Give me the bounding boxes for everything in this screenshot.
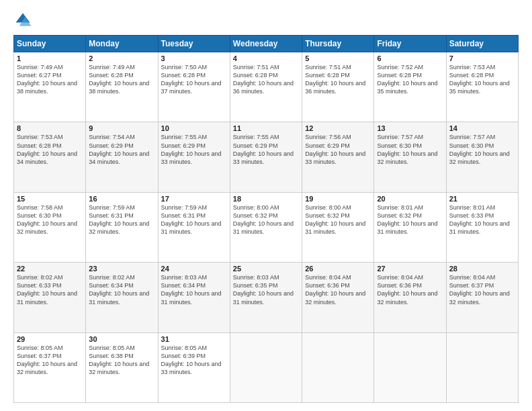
calendar-cell: 18 Sunrise: 8:00 AMSunset: 6:32 PMDaylig… (230, 192, 302, 262)
calendar-header-thursday: Thursday (302, 36, 374, 52)
calendar-cell: 31 Sunrise: 8:05 AMSunset: 6:39 PMDaylig… (158, 332, 230, 402)
day-number: 13 (377, 124, 443, 132)
calendar-cell: 3 Sunrise: 7:50 AMSunset: 6:28 PMDayligh… (158, 52, 230, 122)
calendar-cell: 16 Sunrise: 7:59 AMSunset: 6:31 PMDaylig… (86, 192, 158, 262)
day-number: 31 (161, 335, 227, 343)
day-number: 17 (161, 195, 227, 203)
day-info: Sunrise: 7:50 AMSunset: 6:28 PMDaylight:… (161, 64, 222, 95)
day-number: 6 (377, 54, 443, 62)
day-info: Sunrise: 7:53 AMSunset: 6:28 PMDaylight:… (449, 64, 510, 95)
day-info: Sunrise: 8:02 AMSunset: 6:33 PMDaylight:… (17, 274, 77, 305)
day-number: 26 (305, 265, 371, 273)
day-info: Sunrise: 8:03 AMSunset: 6:35 PMDaylight:… (233, 274, 294, 305)
calendar-week-5: 29 Sunrise: 8:05 AMSunset: 6:37 PMDaylig… (14, 332, 519, 402)
calendar-header-monday: Monday (86, 36, 158, 52)
day-info: Sunrise: 8:05 AMSunset: 6:39 PMDaylight:… (161, 345, 222, 375)
day-info: Sunrise: 7:52 AMSunset: 6:28 PMDaylight:… (377, 64, 437, 95)
day-number: 10 (161, 124, 227, 132)
calendar-cell: 20 Sunrise: 8:01 AMSunset: 6:32 PMDaylig… (374, 192, 446, 262)
calendar-header-saturday: Saturday (446, 36, 518, 52)
day-info: Sunrise: 8:01 AMSunset: 6:32 PMDaylight:… (377, 204, 437, 235)
calendar-header-sunday: Sunday (14, 36, 86, 52)
calendar-cell: 15 Sunrise: 7:58 AMSunset: 6:30 PMDaylig… (14, 192, 86, 262)
day-info: Sunrise: 7:56 AMSunset: 6:29 PMDaylight:… (305, 134, 365, 165)
page: SundayMondayTuesdayWednesdayThursdayFrid… (0, 0, 532, 411)
calendar-cell: 1 Sunrise: 7:49 AMSunset: 6:27 PMDayligh… (14, 52, 86, 122)
day-number: 5 (305, 54, 371, 62)
day-info: Sunrise: 8:00 AMSunset: 6:32 PMDaylight:… (305, 204, 365, 235)
calendar-header-tuesday: Tuesday (158, 36, 230, 52)
calendar-cell: 22 Sunrise: 8:02 AMSunset: 6:33 PMDaylig… (14, 263, 86, 332)
day-info: Sunrise: 8:03 AMSunset: 6:34 PMDaylight:… (161, 274, 222, 305)
calendar-cell: 4 Sunrise: 7:51 AMSunset: 6:28 PMDayligh… (230, 52, 302, 122)
calendar-cell: 13 Sunrise: 7:57 AMSunset: 6:30 PMDaylig… (374, 122, 446, 192)
day-info: Sunrise: 8:02 AMSunset: 6:34 PMDaylight:… (89, 274, 149, 305)
calendar-cell: 28 Sunrise: 8:04 AMSunset: 6:37 PMDaylig… (446, 263, 518, 332)
calendar-cell: 17 Sunrise: 7:59 AMSunset: 6:31 PMDaylig… (158, 192, 230, 262)
day-info: Sunrise: 8:01 AMSunset: 6:33 PMDaylight:… (449, 204, 510, 235)
day-info: Sunrise: 8:05 AMSunset: 6:38 PMDaylight:… (89, 345, 149, 375)
day-number: 1 (17, 54, 83, 62)
day-number: 18 (233, 195, 299, 203)
calendar-cell: 10 Sunrise: 7:55 AMSunset: 6:29 PMDaylig… (158, 122, 230, 192)
calendar-cell (302, 332, 374, 402)
calendar-cell: 2 Sunrise: 7:49 AMSunset: 6:28 PMDayligh… (86, 52, 158, 122)
day-info: Sunrise: 8:04 AMSunset: 6:36 PMDaylight:… (377, 274, 437, 305)
calendar-cell: 21 Sunrise: 8:01 AMSunset: 6:33 PMDaylig… (446, 192, 518, 262)
calendar-cell: 14 Sunrise: 7:57 AMSunset: 6:30 PMDaylig… (446, 122, 518, 192)
day-info: Sunrise: 7:49 AMSunset: 6:28 PMDaylight:… (89, 64, 149, 95)
day-info: Sunrise: 8:04 AMSunset: 6:36 PMDaylight:… (305, 274, 365, 305)
calendar-cell (446, 332, 518, 402)
day-number: 16 (89, 195, 154, 203)
day-number: 27 (377, 265, 443, 273)
calendar-cell: 19 Sunrise: 8:00 AMSunset: 6:32 PMDaylig… (302, 192, 374, 262)
calendar-cell: 6 Sunrise: 7:52 AMSunset: 6:28 PMDayligh… (374, 52, 446, 122)
day-info: Sunrise: 7:57 AMSunset: 6:30 PMDaylight:… (377, 134, 437, 165)
calendar-header-wednesday: Wednesday (230, 36, 302, 52)
day-info: Sunrise: 7:57 AMSunset: 6:30 PMDaylight:… (449, 134, 510, 165)
calendar-cell: 26 Sunrise: 8:04 AMSunset: 6:36 PMDaylig… (302, 263, 374, 332)
day-info: Sunrise: 8:00 AMSunset: 6:32 PMDaylight:… (233, 204, 294, 235)
calendar-cell: 27 Sunrise: 8:04 AMSunset: 6:36 PMDaylig… (374, 263, 446, 332)
day-number: 4 (233, 54, 299, 62)
day-number: 24 (161, 265, 227, 273)
calendar-week-4: 22 Sunrise: 8:02 AMSunset: 6:33 PMDaylig… (14, 263, 519, 332)
calendar-cell: 8 Sunrise: 7:53 AMSunset: 6:28 PMDayligh… (14, 122, 86, 192)
day-number: 19 (305, 195, 371, 203)
calendar-cell: 29 Sunrise: 8:05 AMSunset: 6:37 PMDaylig… (14, 332, 86, 402)
day-number: 28 (449, 265, 515, 273)
calendar-cell (374, 332, 446, 402)
day-info: Sunrise: 7:51 AMSunset: 6:28 PMDaylight:… (233, 64, 294, 95)
day-number: 23 (89, 265, 154, 273)
calendar-cell: 24 Sunrise: 8:03 AMSunset: 6:34 PMDaylig… (158, 263, 230, 332)
calendar-cell: 5 Sunrise: 7:51 AMSunset: 6:28 PMDayligh… (302, 52, 374, 122)
calendar-cell: 25 Sunrise: 8:03 AMSunset: 6:35 PMDaylig… (230, 263, 302, 332)
day-number: 2 (89, 54, 154, 62)
day-info: Sunrise: 7:53 AMSunset: 6:28 PMDaylight:… (17, 134, 77, 165)
day-info: Sunrise: 7:55 AMSunset: 6:29 PMDaylight:… (161, 134, 222, 165)
header (13, 11, 519, 30)
calendar-cell: 9 Sunrise: 7:54 AMSunset: 6:29 PMDayligh… (86, 122, 158, 192)
day-number: 25 (233, 265, 299, 273)
calendar-cell: 23 Sunrise: 8:02 AMSunset: 6:34 PMDaylig… (86, 263, 158, 332)
day-number: 15 (17, 195, 83, 203)
day-number: 22 (17, 265, 83, 273)
day-number: 7 (449, 54, 515, 62)
calendar-header-row: SundayMondayTuesdayWednesdayThursdayFrid… (14, 36, 519, 52)
day-info: Sunrise: 7:51 AMSunset: 6:28 PMDaylight:… (305, 64, 365, 95)
day-info: Sunrise: 7:59 AMSunset: 6:31 PMDaylight:… (89, 204, 149, 235)
day-info: Sunrise: 8:05 AMSunset: 6:37 PMDaylight:… (17, 345, 77, 375)
calendar-week-2: 8 Sunrise: 7:53 AMSunset: 6:28 PMDayligh… (14, 122, 519, 192)
day-info: Sunrise: 7:58 AMSunset: 6:30 PMDaylight:… (17, 204, 77, 235)
calendar-table: SundayMondayTuesdayWednesdayThursdayFrid… (13, 35, 519, 403)
day-info: Sunrise: 7:55 AMSunset: 6:29 PMDaylight:… (233, 134, 294, 165)
day-info: Sunrise: 7:49 AMSunset: 6:27 PMDaylight:… (17, 64, 77, 95)
calendar-week-3: 15 Sunrise: 7:58 AMSunset: 6:30 PMDaylig… (14, 192, 519, 262)
calendar-cell (230, 332, 302, 402)
day-number: 9 (89, 124, 154, 132)
day-number: 14 (449, 124, 515, 132)
day-number: 20 (377, 195, 443, 203)
calendar-header-friday: Friday (374, 36, 446, 52)
calendar-cell: 11 Sunrise: 7:55 AMSunset: 6:29 PMDaylig… (230, 122, 302, 192)
calendar-cell: 7 Sunrise: 7:53 AMSunset: 6:28 PMDayligh… (446, 52, 518, 122)
